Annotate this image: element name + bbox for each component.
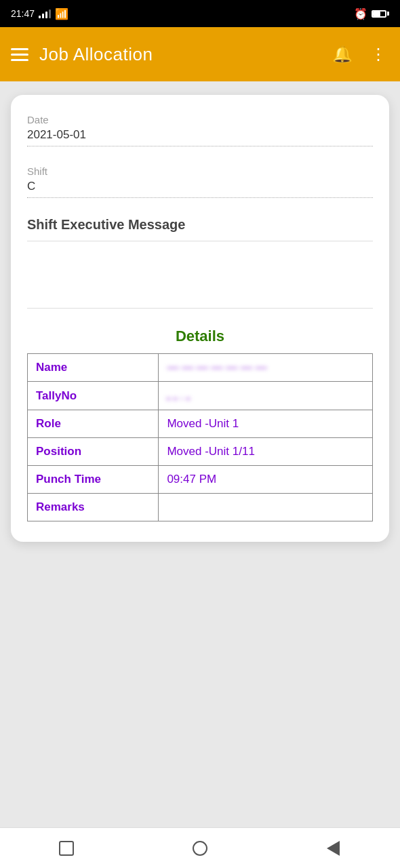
triangle-icon bbox=[327, 841, 340, 856]
row-value-5 bbox=[159, 494, 373, 521]
row-label-4: Punch Time bbox=[28, 466, 159, 494]
message-section: Shift Executive Message bbox=[27, 217, 373, 309]
table-row: RoleMoved -Unit 1 bbox=[28, 410, 373, 438]
shift-value: C bbox=[27, 180, 373, 198]
more-options-button[interactable]: ⋮ bbox=[367, 42, 389, 66]
home-nav-button[interactable] bbox=[188, 837, 212, 860]
message-header: Shift Executive Message bbox=[27, 217, 373, 233]
menu-button[interactable] bbox=[11, 48, 28, 61]
status-right: ⏰ bbox=[354, 7, 389, 20]
row-value-1: ـ . ـ ـ bbox=[159, 382, 373, 410]
table-row: TallyNoـ . ـ ـ bbox=[28, 382, 373, 410]
signal-icon bbox=[39, 9, 51, 18]
details-table: Name— — — — — — —TallyNoـ . ـ ـRoleMoved… bbox=[27, 353, 373, 521]
alarm-icon: ⏰ bbox=[354, 7, 367, 20]
row-label-0: Name bbox=[28, 354, 159, 382]
back-nav-button[interactable] bbox=[322, 837, 345, 860]
square-icon bbox=[59, 841, 74, 856]
bottom-nav bbox=[0, 827, 400, 868]
app-bar-actions: 🔔 ⋮ bbox=[329, 42, 389, 66]
battery-icon bbox=[372, 10, 389, 18]
table-row: PositionMoved -Unit 1/11 bbox=[28, 438, 373, 466]
row-value-0: — — — — — — — bbox=[159, 354, 373, 382]
details-title: Details bbox=[27, 328, 373, 345]
row-value-3: Moved -Unit 1/11 bbox=[159, 438, 373, 466]
status-left: 21:47 📶 bbox=[11, 7, 68, 20]
date-value: 2021-05-01 bbox=[27, 128, 373, 146]
status-bar: 21:47 📶 ⏰ bbox=[0, 0, 400, 27]
table-row: Remarks bbox=[28, 494, 373, 521]
main-content: Date 2021-05-01 Shift C Shift Executive … bbox=[0, 81, 400, 827]
wifi-icon: 📶 bbox=[55, 7, 68, 20]
row-label-1: TallyNo bbox=[28, 382, 159, 410]
details-section: Details Name— — — — — — —TallyNoـ . ـ ـR… bbox=[27, 328, 373, 521]
time-display: 21:47 bbox=[11, 8, 35, 19]
app-bar-left: Job Allocation bbox=[11, 44, 153, 65]
square-nav-button[interactable] bbox=[55, 837, 78, 860]
message-content bbox=[27, 241, 373, 309]
circle-icon bbox=[193, 841, 207, 856]
row-label-2: Role bbox=[28, 410, 159, 438]
row-label-3: Position bbox=[28, 438, 159, 466]
shift-field-group: Shift C bbox=[27, 165, 373, 198]
row-label-5: Remarks bbox=[28, 494, 159, 521]
row-value-4: 09:47 PM bbox=[159, 466, 373, 494]
date-label: Date bbox=[27, 114, 373, 125]
job-allocation-card: Date 2021-05-01 Shift C Shift Executive … bbox=[11, 95, 389, 542]
page-title: Job Allocation bbox=[39, 44, 153, 65]
shift-label: Shift bbox=[27, 165, 373, 177]
date-field-group: Date 2021-05-01 bbox=[27, 114, 373, 146]
notification-button[interactable]: 🔔 bbox=[329, 42, 355, 66]
app-bar: Job Allocation 🔔 ⋮ bbox=[0, 27, 400, 81]
table-row: Name— — — — — — — bbox=[28, 354, 373, 382]
table-row: Punch Time09:47 PM bbox=[28, 466, 373, 494]
row-value-2: Moved -Unit 1 bbox=[159, 410, 373, 438]
